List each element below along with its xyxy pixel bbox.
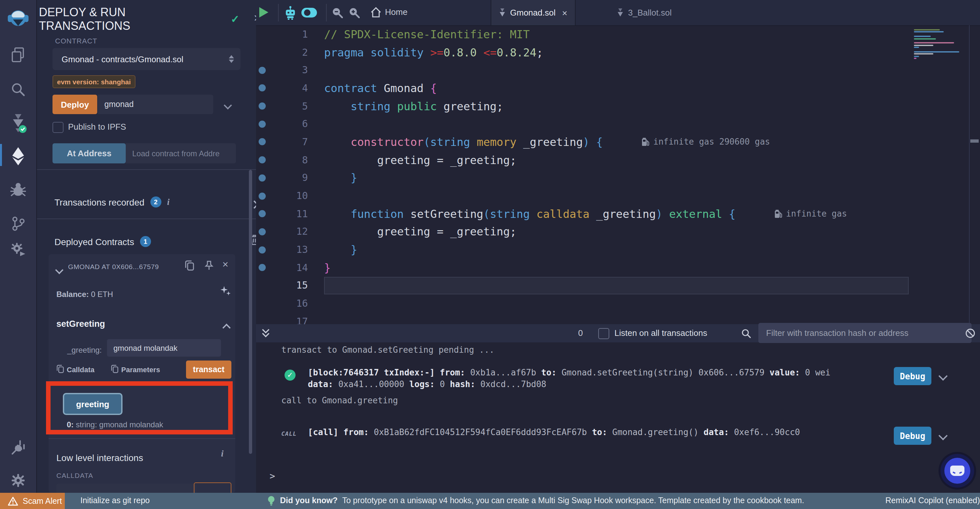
pin-icon[interactable] — [204, 260, 214, 271]
terminal-prompt[interactable]: > — [270, 471, 275, 481]
plugin-manager-icon[interactable] — [0, 241, 36, 258]
code-editor[interactable]: 1// SPDX-License-Identifier: MIT2pragma … — [256, 25, 980, 324]
line-change-dot — [256, 156, 268, 163]
code-line[interactable]: 13 } — [256, 241, 980, 259]
deploy-button[interactable]: Deploy — [52, 95, 97, 114]
transact-button[interactable]: transact — [186, 361, 231, 379]
line-change-dot — [256, 192, 268, 199]
code-line[interactable]: 7 constructor(string memory _greeting) {… — [256, 133, 980, 151]
code-line[interactable]: 6 — [256, 115, 980, 133]
sparkles-icon[interactable] — [220, 285, 231, 297]
chevron-down-icon[interactable] — [56, 265, 62, 275]
success-check-icon: ✓ — [285, 370, 296, 381]
code-line[interactable]: 4contract Gmonad { — [256, 79, 980, 97]
remix-logo[interactable] — [0, 8, 36, 30]
chevron-down-icon[interactable] — [940, 431, 946, 440]
divider — [278, 4, 279, 21]
code-line[interactable]: 2pragma solidity >=0.8.0 <=0.8.24; — [256, 43, 980, 61]
deploy-arg-input[interactable] — [98, 95, 213, 114]
code-lines: 1// SPDX-License-Identifier: MIT2pragma … — [256, 25, 980, 324]
code-line[interactable]: 17 — [256, 313, 980, 324]
code-line[interactable]: 1// SPDX-License-Identifier: MIT — [256, 25, 980, 43]
low-level-calldata-input[interactable] — [56, 484, 196, 493]
code-line[interactable]: 10 — [256, 187, 980, 204]
tab-3-ballot-sol[interactable]: 3_Ballot.sol — [609, 0, 679, 25]
code-line[interactable]: 9 } — [256, 169, 980, 187]
line-number: 17 — [268, 316, 308, 324]
close-icon[interactable]: × — [222, 259, 229, 270]
search-icon[interactable] — [0, 82, 36, 97]
greeting-view-button[interactable]: greeting — [63, 393, 123, 415]
tx-summary[interactable]: [call] from: 0xB1aB62fdFC104512F594fCa0E… — [308, 427, 954, 438]
line-change-dot — [256, 49, 268, 56]
at-address-input[interactable] — [126, 143, 236, 163]
code-line[interactable]: 14} — [256, 259, 980, 276]
param-input[interactable] — [107, 339, 221, 357]
pending-count: 0 — [578, 328, 583, 338]
solidity-compiler-icon[interactable] — [0, 113, 36, 134]
debug-button[interactable]: Debug — [894, 427, 931, 445]
gas-estimate: infinite gas — [774, 209, 847, 219]
plugin-connector-icon[interactable] — [0, 440, 36, 456]
editor-scrollbar-thumb[interactable] — [970, 139, 979, 143]
divider — [969, 25, 970, 324]
code-line[interactable]: 3 — [256, 61, 980, 79]
low-level-transact-button[interactable] — [194, 482, 231, 493]
code-line[interactable]: 12 greeting = _greeting; — [256, 223, 980, 241]
zoom-out-icon[interactable] — [332, 7, 343, 18]
terminal-filter-input[interactable] — [758, 323, 972, 343]
calldata-copy-label[interactable]: Calldata — [67, 366, 95, 373]
ai-robot-icon[interactable] — [284, 6, 297, 20]
copy-icon[interactable] — [185, 260, 194, 271]
collapse-terminal-icon[interactable] — [261, 327, 270, 339]
tx-summary[interactable]: [block:7646317 txIndex:-] from: 0xb1a...… — [308, 367, 954, 390]
copy-calldata-icon[interactable] — [56, 364, 64, 373]
git-init-button[interactable]: Initialize as git repo — [80, 496, 150, 505]
search-icon[interactable] — [741, 328, 751, 338]
block-icon[interactable] — [965, 328, 975, 338]
close-icon[interactable]: × — [562, 8, 567, 18]
remix-ai-assistant-button[interactable] — [940, 454, 974, 488]
contract-select[interactable]: Gmonad - contracts/Gmonad.sol — [52, 48, 240, 70]
chevron-down-icon[interactable] — [225, 101, 231, 110]
copy-parameters-icon[interactable] — [111, 364, 119, 373]
contract-instance-header[interactable]: GMONAD AT 0X606...67579 — [68, 263, 182, 270]
ai-toggle-icon[interactable] — [301, 7, 318, 18]
line-number: 7 — [268, 136, 308, 148]
at-address-button[interactable]: At Address — [52, 143, 126, 163]
code-line[interactable]: 15 — [256, 276, 980, 294]
chevron-up-icon[interactable] — [224, 323, 229, 333]
settings-gear-icon[interactable] — [0, 472, 36, 489]
panel-scrollbar[interactable] — [249, 170, 252, 454]
tab-home[interactable]: Home — [385, 7, 407, 17]
robot-avatar-icon — [944, 458, 970, 484]
home-icon[interactable] — [370, 6, 382, 18]
contract-label: CONTRACT — [55, 37, 97, 45]
run-script-icon[interactable] — [259, 7, 268, 18]
chevron-right-icon[interactable] — [251, 200, 256, 209]
minimap-line — [914, 45, 933, 46]
parameters-copy-label[interactable]: Parameters — [121, 366, 160, 373]
balance-value: 0 ETH — [89, 290, 113, 299]
copilot-status[interactable]: RemixAI Copilot (enabled) — [885, 496, 980, 505]
deploy-run-icon[interactable] — [0, 147, 36, 166]
code-line[interactable]: 8 greeting = _greeting; — [256, 151, 980, 169]
listen-checkbox[interactable] — [598, 328, 609, 339]
code-line[interactable]: 16 — [256, 295, 980, 313]
code-line[interactable]: 5 string public greeting; — [256, 97, 980, 115]
debug-button[interactable]: Debug — [894, 367, 931, 385]
line-change-dot — [256, 174, 268, 182]
scam-alert-button[interactable]: Scam Alert — [0, 493, 65, 509]
publish-ipfs-checkbox[interactable] — [52, 122, 64, 133]
file-explorer-icon[interactable] — [0, 47, 36, 64]
tab-gmonad-sol[interactable]: Gmonad.sol × — [491, 0, 576, 25]
code-line[interactable]: 11 function setGreeting(string calldata … — [256, 205, 980, 223]
debugger-icon[interactable] — [0, 182, 36, 198]
listen-label[interactable]: Listen on all transactions — [614, 328, 707, 338]
low-level-title: Low level interactions — [56, 453, 143, 463]
vertical-icon-bar — [0, 0, 37, 493]
zoom-in-icon[interactable] — [349, 7, 360, 18]
source-control-icon[interactable] — [0, 215, 36, 232]
minimap[interactable] — [911, 25, 969, 324]
chevron-down-icon[interactable] — [940, 371, 946, 381]
